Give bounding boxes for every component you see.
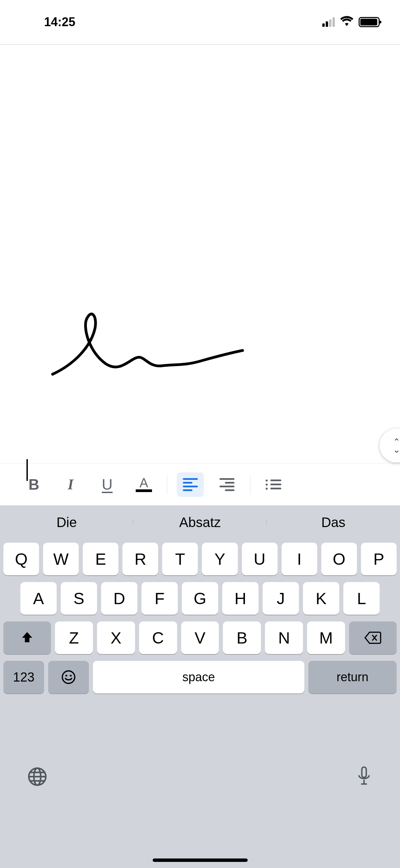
key-x[interactable]: X (97, 621, 135, 654)
align-right-icon (220, 478, 234, 491)
key-p[interactable]: P (361, 543, 397, 575)
status-indicators (322, 15, 380, 29)
suggestions-bar: Die Absatz Das (0, 505, 400, 539)
suggestion-2[interactable]: Absatz (133, 515, 267, 530)
globe-icon (27, 766, 47, 787)
key-o[interactable]: O (321, 543, 357, 575)
italic-label: I (68, 476, 73, 493)
key-h[interactable]: H (222, 582, 259, 615)
key-r[interactable]: R (122, 543, 158, 575)
battery-icon (359, 17, 380, 27)
wifi-icon (340, 15, 354, 29)
key-s[interactable]: S (61, 582, 97, 615)
separator (167, 475, 167, 494)
key-b[interactable]: B (223, 621, 261, 654)
italic-button[interactable]: I (57, 472, 84, 497)
key-f[interactable]: F (141, 582, 178, 615)
key-n[interactable]: N (265, 621, 303, 654)
signature-drawing (51, 306, 248, 382)
key-k[interactable]: K (303, 582, 339, 615)
key-i[interactable]: I (282, 543, 317, 575)
shift-icon (20, 631, 34, 645)
dictation-key[interactable] (355, 765, 373, 789)
space-key[interactable]: space (93, 661, 304, 693)
svg-point-1 (65, 675, 68, 677)
key-row-3: Z X C V B N M (0, 618, 400, 657)
chevron-down-icon: ⌃ (393, 446, 400, 452)
underline-label: U (102, 476, 113, 493)
key-u[interactable]: U (242, 543, 278, 575)
home-indicator[interactable] (153, 858, 248, 862)
bullet-list-icon (266, 480, 281, 490)
text-color-button[interactable]: A (130, 472, 157, 497)
emoji-icon (61, 670, 76, 685)
svg-point-2 (70, 675, 72, 677)
key-e[interactable]: E (83, 543, 118, 575)
key-row-1: Q W E R T Y U I O P (0, 539, 400, 579)
separator (250, 475, 250, 494)
keyboard: Die Absatz Das Q W E R T Y U I O P A S D… (0, 505, 400, 868)
globe-key[interactable] (27, 766, 47, 788)
suggestion-3[interactable]: Das (267, 515, 400, 530)
align-left-icon (183, 478, 198, 491)
key-t[interactable]: T (162, 543, 198, 575)
formatting-toolbar: B I U A (0, 463, 400, 505)
key-w[interactable]: W (43, 543, 79, 575)
key-l[interactable]: L (343, 582, 380, 615)
status-time: 14:25 (20, 15, 75, 29)
align-right-button[interactable] (213, 472, 241, 497)
text-color-swatch (136, 489, 152, 492)
key-d[interactable]: D (101, 582, 137, 615)
text-color-label: A (139, 477, 148, 489)
suggestion-1[interactable]: Die (0, 515, 133, 530)
numbers-key[interactable]: 123 (3, 661, 44, 693)
bold-button[interactable]: B (20, 472, 47, 497)
shift-key[interactable] (3, 621, 51, 654)
svg-rect-6 (362, 767, 366, 777)
document-editor[interactable]: ⌃ ⌃ (0, 45, 400, 463)
microphone-icon (355, 765, 373, 788)
key-row-4: 123 space return (0, 657, 400, 697)
scroll-nav-bubble[interactable]: ⌃ ⌃ (380, 429, 400, 463)
key-v[interactable]: V (181, 621, 219, 654)
key-z[interactable]: Z (55, 621, 93, 654)
return-key[interactable]: return (308, 661, 397, 693)
key-m[interactable]: M (307, 621, 345, 654)
underline-button[interactable]: U (94, 472, 121, 497)
cellular-icon (322, 17, 335, 27)
key-g[interactable]: G (182, 582, 218, 615)
key-a[interactable]: A (20, 582, 57, 615)
bullet-list-button[interactable] (260, 472, 287, 497)
bold-label: B (28, 476, 39, 493)
text-cursor (26, 459, 28, 481)
key-q[interactable]: Q (3, 543, 39, 575)
key-y[interactable]: Y (202, 543, 237, 575)
key-c[interactable]: C (139, 621, 177, 654)
backspace-key[interactable] (349, 621, 397, 654)
align-left-button[interactable] (177, 472, 204, 497)
key-row-2: A S D F G H J K L (0, 579, 400, 618)
emoji-key[interactable] (48, 661, 89, 693)
status-bar: 14:25 (0, 0, 400, 44)
backspace-icon (364, 632, 381, 644)
svg-point-0 (62, 671, 75, 684)
key-j[interactable]: J (263, 582, 299, 615)
keyboard-bottom (0, 697, 400, 868)
